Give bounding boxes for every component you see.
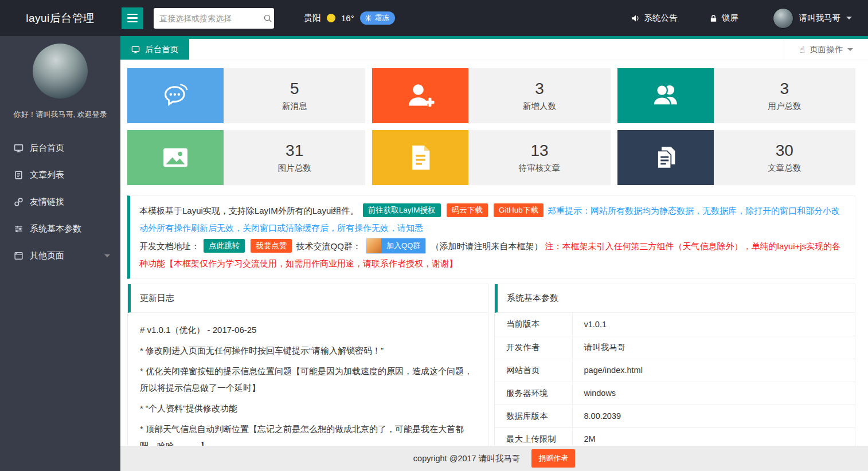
weather-condition-badge: 霜冻: [360, 11, 395, 25]
changelog-line: * 修改刚进入页面无任何操作时按回车键提示“请输入解锁密码！”: [140, 342, 476, 359]
article-icon: [14, 170, 24, 180]
settings-icon: [14, 224, 24, 234]
like-button[interactable]: 我要点赞: [251, 239, 292, 253]
docs-jump-button[interactable]: 点此跳转: [204, 239, 245, 253]
system-params-table: 当前版本 v1.0.1 开发作者 请叫我马哥 网站首页 page/index.h…: [495, 313, 855, 446]
qq-group-image: [366, 238, 381, 253]
qq-note: （添加时请注明来自本框架）: [431, 241, 542, 251]
app-title: layui后台管理: [0, 11, 120, 26]
table-row: 开发作者 请叫我马哥: [495, 336, 855, 359]
stat-value: 3: [780, 80, 789, 98]
tab-dashboard[interactable]: 后台首页: [120, 39, 189, 60]
sidebar-item-links[interactable]: 友情链接: [0, 189, 120, 215]
stat-card-messages: 5 新消息: [127, 68, 365, 123]
stat-label: 图片总数: [278, 163, 311, 174]
lock-icon: [709, 14, 718, 23]
changelog-panel: 更新日志 # v1.0.1（优化） - 2017-06-25 * 修改刚进入页面…: [127, 284, 488, 446]
users-icon[interactable]: [617, 68, 714, 123]
chevron-down-icon: [847, 48, 853, 54]
changelog-line: # v1.0.1（优化） - 2017-06-25: [140, 321, 476, 338]
search-box[interactable]: [154, 8, 274, 29]
github-download-button[interactable]: GitHub下载: [494, 203, 544, 217]
stat-value: 13: [530, 142, 548, 160]
stat-label: 用户总数: [768, 101, 801, 112]
document-icon[interactable]: [372, 130, 468, 185]
pages-icon: [14, 251, 24, 261]
speaker-icon: [631, 14, 640, 23]
changelog-line: * “个人资料”提供修改功能: [140, 400, 476, 417]
stat-card-total-users: 3 用户总数: [617, 68, 855, 123]
hamburger-menu-button[interactable]: [122, 7, 143, 29]
stat-card-total-articles: 30 文章总数: [617, 130, 855, 185]
notice-block: 本模板基于Layui实现，支持除LayIM外所有的Layui组件。 前往获取La…: [127, 195, 855, 279]
sidebar: 你好！请叫我马哥, 欢迎登录 后台首页 文章列表 友情链接: [0, 36, 120, 471]
stat-label: 新消息: [282, 101, 307, 112]
sidebar-menu: 后台首页 文章列表 友情链接 系统基本参数: [0, 135, 120, 269]
user-menu[interactable]: 请叫我马哥: [773, 8, 853, 29]
frost-icon: [365, 14, 372, 22]
tab-bar: 后台首页 ☝ 页面操作: [120, 36, 868, 60]
qq-group-label: 技术交流QQ群：: [296, 241, 361, 251]
changelog-body: # v1.0.1（优化） - 2017-06-25 * 修改刚进入页面无任何操作…: [128, 313, 488, 446]
table-row: 最大上传限制 2M: [495, 427, 855, 446]
stat-label: 文章总数: [768, 163, 801, 174]
sidebar-item-dashboard[interactable]: 后台首页: [0, 135, 120, 162]
username: 请叫我马哥: [799, 13, 841, 23]
docs-label: 开发文档地址：: [139, 241, 200, 251]
stat-label: 待审核文章: [519, 163, 561, 174]
stat-value: 5: [290, 80, 299, 98]
weather-city: 贵阳: [304, 13, 321, 23]
page-actions-dropdown[interactable]: ☝ 页面操作: [784, 39, 868, 60]
search-input[interactable]: [159, 14, 263, 23]
table-row: 网站首页 page/index.html: [495, 359, 855, 382]
changelog-line: * 顶部天气信息自动判断位置【忘记之前是怎么想的做成北京的了，可能是我在大首都吧…: [140, 421, 476, 446]
table-row: 数据库版本 8.00.2039: [495, 405, 855, 427]
hand-pointer-icon: ☝: [799, 44, 805, 55]
user-add-icon[interactable]: [372, 68, 468, 123]
stat-card-pending-articles: 13 待审核文章: [372, 130, 610, 185]
sidebar-item-articles[interactable]: 文章列表: [0, 162, 120, 189]
notice-intro: 本模板基于Layui实现，支持除LayIM外所有的Layui组件。: [139, 206, 359, 215]
stat-card-new-users: 3 新增人数: [372, 68, 610, 123]
monitor-icon: [14, 143, 24, 153]
stat-value: 3: [535, 80, 544, 98]
sidebar-avatar[interactable]: [33, 44, 88, 99]
stat-value: 31: [286, 142, 303, 160]
footer: copyright @2017 请叫我马哥 捐赠作者: [120, 446, 868, 471]
documents-icon[interactable]: [617, 130, 714, 185]
chat-bubble-icon[interactable]: [127, 68, 224, 123]
table-row: 当前版本 v1.0.1: [495, 313, 855, 336]
link-icon: [14, 197, 24, 207]
copyright-text: copyright @2017 请叫我马哥: [413, 453, 520, 464]
image-icon[interactable]: [127, 130, 224, 185]
chevron-down-icon: [846, 17, 852, 22]
lock-screen-button[interactable]: 锁屏: [709, 13, 738, 23]
changelog-line: * 优化关闭弹窗按钮的提示信息位置问题【可能是因为加载速度的原因，造成这个问题，…: [140, 363, 476, 396]
sidebar-item-system-params[interactable]: 系统基本参数: [0, 215, 120, 242]
stat-cards: 5 新消息 3 新增人数: [127, 68, 855, 185]
system-params-panel: 系统基本参数 当前版本 v1.0.1 开发作者 请叫我马哥 网站首页 page/: [494, 284, 855, 446]
system-announcement-button[interactable]: 系统公告: [631, 13, 678, 23]
sidebar-greeting: 你好！请叫我马哥, 欢迎登录: [0, 109, 120, 120]
weather-temp: 16°: [341, 13, 354, 23]
changelog-title: 更新日志: [128, 284, 488, 313]
system-params-title: 系统基本参数: [495, 284, 855, 313]
sidebar-item-other-pages[interactable]: 其他页面: [0, 242, 120, 269]
join-qq-group-button[interactable]: 加入QQ群: [366, 238, 426, 254]
sun-icon: [327, 14, 335, 22]
hamburger-icon: [127, 14, 138, 15]
dashboard-content: 5 新消息 3 新增人数: [120, 60, 868, 446]
layim-auth-button[interactable]: 前往获取LayIM授权: [363, 203, 441, 217]
user-avatar[interactable]: [773, 8, 793, 29]
gitee-download-button[interactable]: 码云下载: [447, 203, 488, 217]
stat-value: 30: [776, 142, 793, 160]
search-icon[interactable]: [263, 14, 272, 23]
stat-card-images: 31 图片总数: [127, 130, 365, 185]
top-header: layui后台管理 贵阳 16° 霜冻 系统公告 锁屏 请: [0, 0, 868, 36]
donate-button[interactable]: 捐赠作者: [531, 449, 575, 468]
stat-label: 新增人数: [523, 101, 556, 112]
weather-widget: 贵阳 16° 霜冻: [304, 11, 395, 25]
table-row: 服务器环境 windows: [495, 382, 855, 405]
monitor-icon: [131, 45, 140, 54]
chevron-down-icon: [104, 254, 110, 260]
